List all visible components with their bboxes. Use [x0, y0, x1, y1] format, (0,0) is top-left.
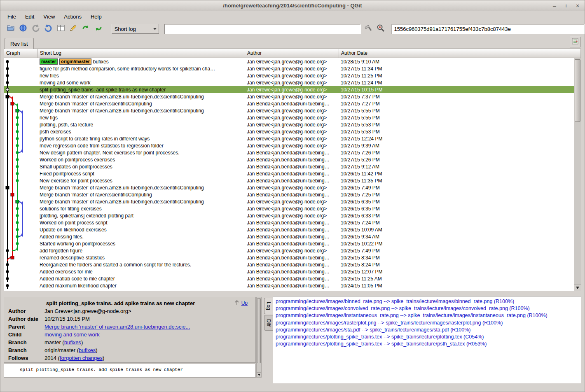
commit-row[interactable]: Added matlab code to mle chapterJan Bend…	[4, 275, 574, 282]
commit-row[interactable]: Merge branch 'master' of raven.am28.uni-…	[4, 198, 574, 205]
details-scrollbar-down[interactable]	[257, 372, 261, 377]
commit-message-cell: solutions for fitting exercises	[38, 205, 245, 212]
commit-row[interactable]: plotting, psth, sta lectureJan Grewe<jan…	[4, 121, 574, 128]
commit-author: Jan Benda<jan.benda@uni-tuebing…	[245, 163, 339, 170]
file-entry[interactable]: programming/lectures/images/rasterplot.p…	[276, 320, 578, 327]
maximize-icon: +	[564, 2, 568, 9]
commit-date: 10/27/15 11:25 PM	[339, 72, 574, 79]
commit-row[interactable]: moving and some workJan Grewe<jan.grewe@…	[4, 79, 574, 86]
menu-file[interactable]: File	[3, 11, 21, 22]
menu-help[interactable]: Help	[86, 11, 106, 22]
commit-row[interactable]: Added missing files.Jan Benda<jan.benda@…	[4, 233, 574, 240]
commit-row[interactable]: move regression code from statistics to …	[4, 142, 574, 149]
commit-row[interactable]: renamed descriptive-statisticsJan Benda<…	[4, 254, 574, 261]
commit-list: masterorigin/masterbufixesJan Grewe<jan.…	[4, 58, 574, 291]
column-header-author-date[interactable]: Author Date	[339, 49, 581, 58]
commit-row[interactable]: Merge branch 'master' of raven.am28.uni-…	[4, 93, 574, 100]
scrollbar-thumb[interactable]	[575, 59, 580, 122]
file-entry[interactable]: programming/lectures/plotting_spike_trai…	[276, 334, 578, 341]
file-entry[interactable]: programming/lectures/images/instantaneou…	[276, 312, 578, 319]
find-button[interactable]	[375, 23, 386, 34]
highlight-button[interactable]	[363, 23, 373, 34]
menu-actions[interactable]: Actions	[59, 11, 86, 22]
table-scrollbar[interactable]	[574, 58, 581, 291]
commit-graph-cell	[4, 233, 38, 240]
filter-input[interactable]	[164, 24, 360, 34]
refresh-button[interactable]	[81, 23, 91, 34]
web-view-button[interactable]	[18, 23, 28, 34]
tab-diff[interactable]: Diff	[264, 315, 273, 331]
maximize-button[interactable]: +	[562, 2, 570, 9]
commit-row[interactable]: Update on likelihood exercisesJan Benda<…	[4, 226, 574, 233]
commit-row[interactable]: Merge branch 'master' of raven:scientifi…	[4, 100, 574, 107]
commit-row[interactable]: Small updates on pointprocessesJan Benda…	[4, 163, 574, 170]
tree-view-button[interactable]	[570, 37, 580, 47]
commit-author: Jan Benda<jan.benda@uni-tuebing…	[245, 240, 339, 247]
file-entry[interactable]: programming/lectures/images/sta.pdf --> …	[276, 327, 578, 334]
commit-row[interactable]: New design pattern chapter. Next exercis…	[4, 149, 574, 156]
commit-row[interactable]: figure for psth method comparsion, some …	[4, 65, 574, 72]
sha-input[interactable]	[391, 24, 584, 34]
commit-row[interactable]: Worked on pointprocess exercisesJan Bend…	[4, 156, 574, 163]
commit-row[interactable]: masterorigin/masterbufixesJan Grewe<jan.…	[4, 58, 574, 65]
view-ranges-button[interactable]	[56, 23, 66, 34]
minimize-button[interactable]: –	[551, 2, 558, 9]
up-button[interactable]: Up	[234, 299, 248, 306]
tab-rev-list[interactable]: Rev list	[5, 38, 34, 49]
commit-message-text: Worked on point process script	[40, 220, 108, 226]
close-button[interactable]: ×	[574, 2, 581, 9]
commit-row[interactable]: Started working on pointprocessesJan Ben…	[4, 240, 574, 247]
reload-button[interactable]	[93, 23, 103, 34]
menu-view[interactable]: View	[39, 11, 59, 22]
detail-link[interactable]: moving and some work	[44, 331, 100, 338]
commit-row[interactable]: solutions for fitting exercisesJan Grewe…	[4, 205, 574, 212]
column-header-graph[interactable]: Graph	[4, 49, 38, 58]
commit-row[interactable]: psth exercisesJan Grewe<jan.grewe@g-node…	[4, 128, 574, 135]
tab-log[interactable]: Log	[264, 298, 273, 314]
commit-message-text: Small updates on pointprocesses	[40, 164, 112, 170]
menu-edit[interactable]: Edit	[21, 11, 39, 22]
commit-row[interactable]: add forgotten figureJan Grewe<jan.grewe@…	[4, 247, 574, 254]
commit-row[interactable]: Merge branch 'master' of raven:scientifi…	[4, 191, 574, 198]
detail-link[interactable]: bufixes	[64, 339, 81, 345]
open-repo-button[interactable]	[5, 23, 16, 34]
commit-row[interactable]: python script to create firing rates in …	[4, 135, 574, 142]
log-view-value: Short log	[115, 26, 136, 32]
commit-row[interactable]: Reorganized the folders and started a co…	[4, 261, 574, 268]
file-entry[interactable]: programming/lectures/images/convolved_ra…	[276, 305, 578, 312]
refresh-icon	[81, 23, 90, 34]
commit-row[interactable]: Fixed pointprocess scriptJan Benda<jan.b…	[4, 170, 574, 177]
commit-row[interactable]: Merge branch 'master' of raven.am28.uni-…	[4, 184, 574, 191]
tab-label: Rev list	[10, 41, 28, 47]
commit-row[interactable]: [plotting, spiketrains] extended plottin…	[4, 212, 574, 219]
commit-row[interactable]: Worked on point process scriptJan Benda<…	[4, 219, 574, 226]
scrollbar-down-button[interactable]	[574, 285, 581, 291]
commit-row[interactable]: new figsJan Grewe<jan.grewe@g-node.org>1…	[4, 114, 574, 121]
detail-link[interactable]: Merge branch 'master' of raven.am28.uni-…	[44, 324, 190, 330]
commit-row[interactable]: new filesJan Grewe<jan.grewe@g-node.org>…	[4, 72, 574, 79]
file-entry[interactable]: programming/lectures/images/binned_rate.…	[276, 298, 578, 305]
details-scrollbar[interactable]	[256, 297, 262, 378]
forward-button[interactable]	[43, 23, 53, 34]
commit-row[interactable]: Added exercises for mleJan Benda<jan.ben…	[4, 268, 574, 275]
detail-link[interactable]: bufixes	[79, 347, 96, 353]
commit-message-cell: psth exercises	[38, 128, 245, 135]
commit-row[interactable]: New exercise for point processesJan Bend…	[4, 177, 574, 184]
details-scrollbar-thumb[interactable]	[257, 298, 261, 363]
commit-graph-cell	[4, 191, 38, 198]
commit-row[interactable]: split plotting_spike trains. add spike t…	[4, 86, 574, 93]
commit-row[interactable]: Merge branch 'master' of raven.am28.uni-…	[4, 107, 574, 114]
file-entry[interactable]: programming/lectures/plotting_spike_trai…	[276, 341, 578, 348]
back-button[interactable]	[30, 23, 41, 34]
commit-row[interactable]: Added maximum likelihood chapterJan Bend…	[4, 282, 574, 289]
log-view-select[interactable]: Short log	[112, 24, 159, 34]
column-header-short-log[interactable]: Short Log	[38, 49, 245, 58]
detail-link[interactable]: forgotten changes	[60, 355, 103, 361]
detail-text: master (	[44, 339, 64, 345]
column-header-author[interactable]: Author	[245, 49, 339, 58]
up-link[interactable]: Up	[241, 300, 248, 306]
commit-author: Jan Benda<jan.benda@uni-tuebing…	[245, 275, 339, 282]
commit-message-cell: Worked on pointprocess exercises	[38, 156, 245, 163]
edit-button[interactable]	[68, 23, 78, 34]
commit-message-cell: Merge branch 'master' of raven:scientifi…	[38, 191, 245, 198]
